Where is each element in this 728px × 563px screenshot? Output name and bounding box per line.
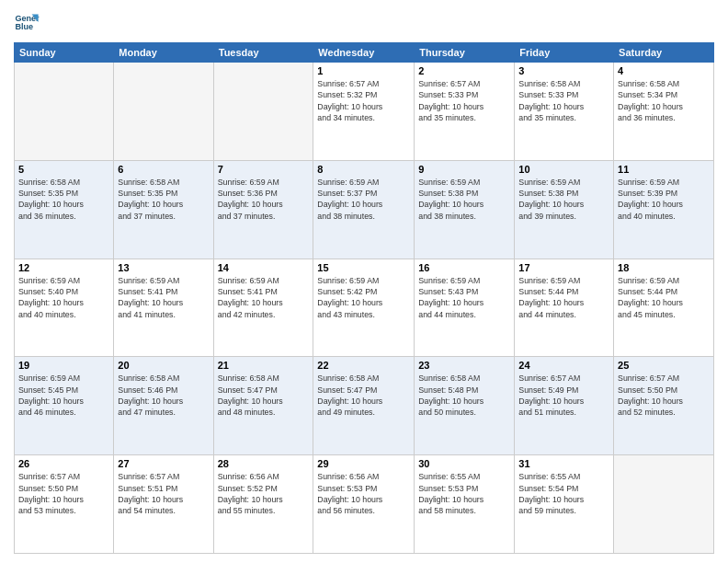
calendar-table: SundayMondayTuesdayWednesdayThursdayFrid… <box>14 42 714 554</box>
calendar-cell <box>614 455 714 554</box>
calendar-cell: 20Sunrise: 6:58 AM Sunset: 5:46 PM Dayli… <box>114 357 213 455</box>
day-number: 7 <box>218 164 310 175</box>
calendar-cell: 6Sunrise: 6:58 AM Sunset: 5:35 PM Daylig… <box>114 160 213 259</box>
calendar-cell: 3Sunrise: 6:58 AM Sunset: 5:33 PM Daylig… <box>515 63 614 161</box>
day-info: Sunrise: 6:55 AM Sunset: 5:54 PM Dayligh… <box>518 471 609 516</box>
day-number: 14 <box>218 262 310 273</box>
header: General Blue <box>14 9 714 35</box>
calendar-week-row: 5Sunrise: 6:58 AM Sunset: 5:35 PM Daylig… <box>15 160 714 259</box>
calendar-cell: 25Sunrise: 6:57 AM Sunset: 5:50 PM Dayli… <box>614 357 714 455</box>
calendar-cell: 16Sunrise: 6:59 AM Sunset: 5:43 PM Dayli… <box>415 259 515 357</box>
day-info: Sunrise: 6:57 AM Sunset: 5:50 PM Dayligh… <box>18 471 109 516</box>
day-info: Sunrise: 6:56 AM Sunset: 5:52 PM Dayligh… <box>218 471 310 516</box>
day-info: Sunrise: 6:58 AM Sunset: 5:46 PM Dayligh… <box>118 373 209 418</box>
calendar-week-row: 26Sunrise: 6:57 AM Sunset: 5:50 PM Dayli… <box>15 455 714 554</box>
calendar-cell: 1Sunrise: 6:57 AM Sunset: 5:32 PM Daylig… <box>313 63 415 161</box>
weekday-header-saturday: Saturday <box>614 43 714 63</box>
day-info: Sunrise: 6:59 AM Sunset: 5:38 PM Dayligh… <box>418 177 510 222</box>
day-number: 18 <box>618 262 710 273</box>
calendar-cell: 4Sunrise: 6:58 AM Sunset: 5:34 PM Daylig… <box>614 63 714 161</box>
day-info: Sunrise: 6:57 AM Sunset: 5:49 PM Dayligh… <box>518 373 609 418</box>
calendar-cell: 23Sunrise: 6:58 AM Sunset: 5:48 PM Dayli… <box>415 357 515 455</box>
calendar-cell: 10Sunrise: 6:59 AM Sunset: 5:38 PM Dayli… <box>515 160 614 259</box>
day-info: Sunrise: 6:59 AM Sunset: 5:37 PM Dayligh… <box>317 177 410 222</box>
day-info: Sunrise: 6:58 AM Sunset: 5:34 PM Dayligh… <box>618 78 710 123</box>
day-info: Sunrise: 6:59 AM Sunset: 5:41 PM Dayligh… <box>218 275 310 320</box>
day-number: 24 <box>518 360 609 371</box>
calendar-cell: 18Sunrise: 6:59 AM Sunset: 5:44 PM Dayli… <box>614 259 714 357</box>
day-info: Sunrise: 6:59 AM Sunset: 5:45 PM Dayligh… <box>18 373 109 418</box>
weekday-header-wednesday: Wednesday <box>313 43 415 63</box>
day-number: 23 <box>418 360 510 371</box>
calendar-cell <box>114 63 213 161</box>
calendar-cell: 27Sunrise: 6:57 AM Sunset: 5:51 PM Dayli… <box>114 455 213 554</box>
weekday-header-friday: Friday <box>515 43 614 63</box>
calendar-cell: 30Sunrise: 6:55 AM Sunset: 5:53 PM Dayli… <box>415 455 515 554</box>
weekday-header-monday: Monday <box>114 43 213 63</box>
calendar-cell: 5Sunrise: 6:58 AM Sunset: 5:35 PM Daylig… <box>15 160 114 259</box>
day-info: Sunrise: 6:55 AM Sunset: 5:53 PM Dayligh… <box>418 471 510 516</box>
day-number: 13 <box>118 262 209 273</box>
page-container: General Blue SundayMondayTuesdayWednesda… <box>0 0 728 563</box>
day-info: Sunrise: 6:56 AM Sunset: 5:53 PM Dayligh… <box>317 471 410 516</box>
day-number: 26 <box>18 458 109 469</box>
calendar-cell: 11Sunrise: 6:59 AM Sunset: 5:39 PM Dayli… <box>614 160 714 259</box>
day-number: 10 <box>518 164 609 175</box>
calendar-cell: 29Sunrise: 6:56 AM Sunset: 5:53 PM Dayli… <box>313 455 415 554</box>
logo-icon: General Blue <box>14 9 40 35</box>
day-info: Sunrise: 6:59 AM Sunset: 5:41 PM Dayligh… <box>118 275 209 320</box>
day-info: Sunrise: 6:59 AM Sunset: 5:42 PM Dayligh… <box>317 275 410 320</box>
day-info: Sunrise: 6:59 AM Sunset: 5:38 PM Dayligh… <box>518 177 609 222</box>
day-number: 6 <box>118 164 209 175</box>
day-number: 19 <box>18 360 109 371</box>
calendar-cell: 14Sunrise: 6:59 AM Sunset: 5:41 PM Dayli… <box>213 259 313 357</box>
day-info: Sunrise: 6:58 AM Sunset: 5:48 PM Dayligh… <box>418 373 510 418</box>
calendar-cell <box>15 63 114 161</box>
day-number: 22 <box>317 360 410 371</box>
day-number: 21 <box>218 360 310 371</box>
day-number: 1 <box>317 65 410 76</box>
calendar-week-row: 19Sunrise: 6:59 AM Sunset: 5:45 PM Dayli… <box>15 357 714 455</box>
calendar-cell: 26Sunrise: 6:57 AM Sunset: 5:50 PM Dayli… <box>15 455 114 554</box>
calendar-cell <box>213 63 313 161</box>
weekday-header-tuesday: Tuesday <box>213 43 313 63</box>
day-number: 12 <box>18 262 109 273</box>
day-number: 4 <box>618 65 710 76</box>
day-info: Sunrise: 6:57 AM Sunset: 5:33 PM Dayligh… <box>418 78 510 123</box>
calendar-cell: 15Sunrise: 6:59 AM Sunset: 5:42 PM Dayli… <box>313 259 415 357</box>
day-info: Sunrise: 6:59 AM Sunset: 5:44 PM Dayligh… <box>618 275 710 320</box>
day-number: 30 <box>418 458 510 469</box>
calendar-cell: 13Sunrise: 6:59 AM Sunset: 5:41 PM Dayli… <box>114 259 213 357</box>
day-info: Sunrise: 6:57 AM Sunset: 5:32 PM Dayligh… <box>317 78 410 123</box>
calendar-cell: 22Sunrise: 6:58 AM Sunset: 5:47 PM Dayli… <box>313 357 415 455</box>
calendar-week-row: 12Sunrise: 6:59 AM Sunset: 5:40 PM Dayli… <box>15 259 714 357</box>
day-number: 28 <box>218 458 310 469</box>
day-info: Sunrise: 6:57 AM Sunset: 5:50 PM Dayligh… <box>618 373 710 418</box>
calendar-cell: 12Sunrise: 6:59 AM Sunset: 5:40 PM Dayli… <box>15 259 114 357</box>
day-info: Sunrise: 6:58 AM Sunset: 5:47 PM Dayligh… <box>317 373 410 418</box>
calendar-cell: 21Sunrise: 6:58 AM Sunset: 5:47 PM Dayli… <box>213 357 313 455</box>
calendar-cell: 28Sunrise: 6:56 AM Sunset: 5:52 PM Dayli… <box>213 455 313 554</box>
calendar-cell: 19Sunrise: 6:59 AM Sunset: 5:45 PM Dayli… <box>15 357 114 455</box>
day-number: 15 <box>317 262 410 273</box>
day-number: 27 <box>118 458 209 469</box>
calendar-cell: 24Sunrise: 6:57 AM Sunset: 5:49 PM Dayli… <box>515 357 614 455</box>
calendar-cell: 8Sunrise: 6:59 AM Sunset: 5:37 PM Daylig… <box>313 160 415 259</box>
day-number: 17 <box>518 262 609 273</box>
day-info: Sunrise: 6:59 AM Sunset: 5:43 PM Dayligh… <box>418 275 510 320</box>
day-number: 11 <box>618 164 710 175</box>
day-info: Sunrise: 6:58 AM Sunset: 5:47 PM Dayligh… <box>218 373 310 418</box>
svg-text:Blue: Blue <box>15 22 33 31</box>
weekday-header-sunday: Sunday <box>15 43 114 63</box>
day-info: Sunrise: 6:59 AM Sunset: 5:39 PM Dayligh… <box>618 177 710 222</box>
calendar-cell: 2Sunrise: 6:57 AM Sunset: 5:33 PM Daylig… <box>415 63 515 161</box>
calendar-cell: 7Sunrise: 6:59 AM Sunset: 5:36 PM Daylig… <box>213 160 313 259</box>
day-number: 5 <box>18 164 109 175</box>
calendar-week-row: 1Sunrise: 6:57 AM Sunset: 5:32 PM Daylig… <box>15 63 714 161</box>
day-number: 3 <box>518 65 609 76</box>
day-number: 8 <box>317 164 410 175</box>
day-number: 2 <box>418 65 510 76</box>
weekday-header-row: SundayMondayTuesdayWednesdayThursdayFrid… <box>15 43 714 63</box>
weekday-header-thursday: Thursday <box>415 43 515 63</box>
day-number: 29 <box>317 458 410 469</box>
